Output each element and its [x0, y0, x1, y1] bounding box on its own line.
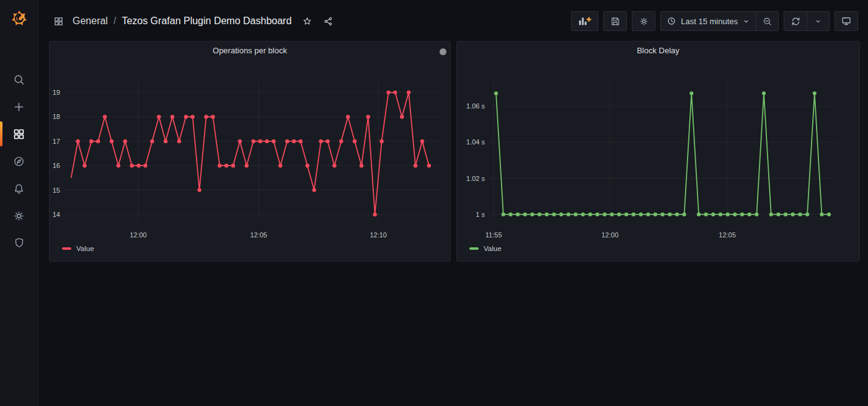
data-point-marker: [733, 213, 737, 216]
x-axis-tick-label: 12:05: [250, 231, 267, 239]
dashboards-grid-icon: [12, 128, 25, 141]
breadcrumb-separator: /: [113, 15, 116, 27]
data-point-marker: [150, 139, 154, 143]
data-point-marker: [346, 115, 350, 118]
sidebar-item-search[interactable]: [0, 66, 38, 93]
data-point-marker: [339, 139, 343, 143]
main-area: General / Tezos Grafan Plugin Demo Dashb…: [38, 0, 868, 406]
y-axis-tick-label: 1.06 s: [466, 102, 485, 110]
grafana-logo[interactable]: [0, 0, 38, 36]
data-point-marker: [523, 213, 527, 216]
data-point-marker: [624, 213, 628, 216]
refresh-dashboard-button[interactable]: [784, 12, 807, 30]
data-point-marker: [618, 213, 621, 216]
x-axis-tick-label: 12:00: [601, 231, 619, 239]
data-point-marker: [588, 213, 592, 216]
y-axis-tick-label: 17: [53, 138, 60, 145]
data-point-marker: [258, 139, 262, 143]
data-point-marker: [603, 213, 606, 216]
time-series-graph-block-delay[interactable]: 1.06 s1.04 s1.02 s1 s11:5512:0012:05: [457, 42, 861, 262]
data-point-marker: [813, 91, 817, 95]
data-point-marker: [632, 213, 636, 216]
sidebar-item-create[interactable]: [0, 93, 38, 120]
data-point-marker: [231, 164, 235, 167]
data-point-marker: [393, 90, 397, 94]
data-point-marker: [639, 213, 643, 216]
bell-icon: [12, 182, 25, 195]
data-point-marker: [96, 139, 100, 143]
data-point-marker: [791, 213, 795, 216]
data-point-marker: [516, 213, 520, 216]
data-point-marker: [661, 213, 665, 216]
cycle-view-mode-button[interactable]: [835, 12, 857, 30]
y-axis-tick-label: 1 s: [476, 211, 485, 218]
data-point-marker: [726, 213, 730, 216]
zoom-out-time-range-button[interactable]: [756, 12, 778, 30]
data-point-marker: [89, 139, 93, 143]
panel-block-delay: 1.06 s1.04 s1.02 s1 s11:5512:0012:05 Blo…: [456, 41, 860, 262]
dashboard-canvas: 19181716151412:0012:0512:10 Operations p…: [38, 37, 868, 406]
sidebar-item-configuration[interactable]: [0, 202, 38, 229]
data-point-marker: [373, 213, 377, 216]
data-point-marker: [689, 91, 693, 95]
breadcrumb-dashboard-title[interactable]: Tezos Grafan Plugin Demo Dashboard: [122, 15, 291, 27]
gear-icon: [639, 16, 649, 27]
apps-grid-icon: [53, 16, 64, 27]
refresh-interval-dropdown[interactable]: [807, 12, 829, 30]
time-controls-group: Last 15 minutes: [660, 11, 779, 31]
chevron-down-icon: [814, 17, 822, 25]
data-point-marker: [414, 164, 417, 167]
data-point-marker: [326, 139, 329, 143]
time-range-picker[interactable]: Last 15 minutes: [661, 12, 756, 30]
save-dashboard-button[interactable]: [604, 12, 626, 30]
data-point-marker: [353, 139, 356, 143]
sidebar-item-server-admin[interactable]: [0, 229, 38, 257]
data-point-marker: [704, 213, 708, 216]
sidebar-item-alerting[interactable]: [0, 175, 38, 202]
share-icon: [323, 16, 334, 27]
data-point-marker: [494, 91, 498, 95]
sidebar: [0, 0, 38, 406]
compass-icon: [12, 155, 25, 168]
panel-title[interactable]: Operations per block: [50, 42, 450, 59]
refresh-group: [784, 11, 830, 31]
panel-title[interactable]: Block Delay: [457, 42, 859, 59]
data-point-marker: [820, 213, 823, 216]
legend-item-value[interactable]: Value: [62, 244, 94, 254]
sidebar-item-explore[interactable]: [0, 148, 38, 175]
data-point-marker: [164, 139, 167, 143]
data-point-marker: [379, 139, 383, 143]
breadcrumb: General / Tezos Grafan Plugin Demo Dashb…: [73, 15, 291, 27]
view-mode-group: [835, 11, 858, 31]
add-panel-button[interactable]: [572, 12, 598, 30]
sidebar-item-dashboards[interactable]: [0, 120, 38, 148]
data-point-marker: [170, 115, 174, 118]
data-point-marker: [581, 213, 585, 216]
data-point-marker: [508, 213, 512, 216]
shield-icon: [13, 237, 25, 249]
share-dashboard-button[interactable]: [323, 16, 334, 27]
data-point-marker: [76, 139, 79, 143]
breadcrumb-folder[interactable]: General: [73, 15, 108, 27]
data-point-marker: [530, 213, 534, 216]
star-dashboard-button[interactable]: [302, 16, 312, 27]
dashboard-settings-button[interactable]: [632, 12, 655, 30]
settings-group: [632, 11, 655, 31]
data-point-marker: [711, 213, 715, 216]
data-point-marker: [538, 213, 541, 216]
data-point-marker: [117, 164, 120, 167]
x-axis-tick-label: 12:00: [130, 231, 147, 239]
legend-item-value[interactable]: Value: [469, 244, 502, 254]
data-point-marker: [360, 164, 363, 167]
y-axis-tick-label: 1.02 s: [466, 175, 485, 182]
data-point-marker: [265, 139, 268, 143]
data-point-marker: [420, 139, 424, 143]
series-line: [496, 94, 829, 214]
sidebar-nav: [0, 66, 38, 257]
data-point-marker: [272, 139, 275, 143]
time-series-graph-operations[interactable]: 19181716151412:0012:0512:10: [50, 42, 451, 262]
add-panel-icon: [577, 15, 592, 27]
series-line: [71, 92, 429, 214]
data-point-marker: [191, 115, 195, 118]
data-point-marker: [697, 213, 701, 216]
